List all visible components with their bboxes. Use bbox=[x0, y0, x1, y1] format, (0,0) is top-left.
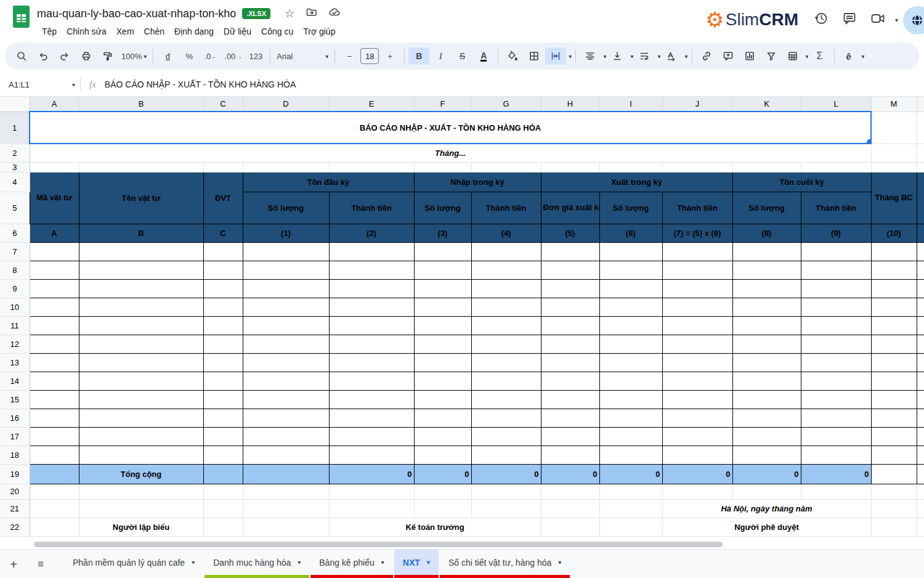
empty-cell[interactable] bbox=[541, 390, 599, 409]
total-value-cell[interactable]: 0 bbox=[662, 464, 732, 484]
version-history-icon[interactable] bbox=[814, 11, 829, 28]
empty-cell[interactable] bbox=[471, 499, 541, 518]
empty-cell[interactable] bbox=[203, 484, 243, 499]
header-thanh-tien[interactable]: Thành tiền bbox=[329, 192, 414, 224]
empty-cell[interactable] bbox=[30, 353, 79, 372]
empty-cell[interactable] bbox=[662, 353, 732, 372]
empty-cell[interactable] bbox=[662, 298, 732, 316]
borders-button[interactable] bbox=[524, 47, 545, 65]
code-cell[interactable]: B bbox=[79, 224, 203, 242]
empty-cell[interactable] bbox=[30, 261, 79, 279]
insert-link-button[interactable] bbox=[696, 47, 717, 65]
empty-cell[interactable] bbox=[662, 372, 732, 390]
empty-cell[interactable] bbox=[732, 484, 801, 499]
tab-caret-icon[interactable]: ▾ bbox=[298, 559, 301, 566]
empty-cell[interactable] bbox=[243, 162, 329, 172]
empty-cell[interactable] bbox=[79, 261, 203, 279]
code-cell[interactable]: (1) bbox=[243, 224, 329, 242]
zoom-select[interactable]: 100%▾ bbox=[119, 47, 149, 65]
empty-cell[interactable] bbox=[662, 316, 732, 335]
empty-cell[interactable] bbox=[30, 446, 79, 464]
empty-cell[interactable] bbox=[801, 261, 871, 279]
empty-cell[interactable] bbox=[917, 316, 924, 335]
empty-cell[interactable] bbox=[599, 316, 662, 335]
row-number[interactable]: 21 bbox=[0, 499, 30, 518]
empty-cell[interactable] bbox=[471, 162, 541, 172]
video-call-icon[interactable] bbox=[870, 11, 886, 28]
empty-cell[interactable] bbox=[30, 427, 79, 446]
empty-cell[interactable] bbox=[541, 162, 599, 172]
empty-cell[interactable] bbox=[732, 353, 801, 372]
fill-handle[interactable] bbox=[865, 138, 871, 144]
signer-left-cell[interactable]: Người lập biểu bbox=[79, 518, 203, 536]
empty-cell[interactable] bbox=[414, 162, 471, 172]
empty-cell[interactable] bbox=[203, 372, 243, 390]
header-ma-vat-tu[interactable]: Mã vật tư bbox=[30, 172, 79, 224]
empty-cell[interactable] bbox=[541, 353, 599, 372]
empty-cell[interactable] bbox=[471, 353, 541, 372]
header-thanh-tien[interactable]: Thành tiền bbox=[662, 192, 732, 224]
tab-caret-icon[interactable]: ▾ bbox=[381, 559, 384, 566]
row-number[interactable]: 19 bbox=[0, 464, 30, 484]
tab-caret-icon[interactable]: ▾ bbox=[192, 559, 195, 566]
total-value-cell[interactable]: 0 bbox=[599, 464, 662, 484]
increase-decimal-button[interactable]: .00→ bbox=[222, 47, 245, 65]
empty-cell[interactable] bbox=[871, 298, 917, 316]
menu-data[interactable]: Dữ liệu bbox=[219, 25, 256, 38]
sheet-tab-active[interactable]: NXT▾ bbox=[394, 550, 439, 578]
menu-view[interactable]: Xem bbox=[111, 25, 139, 38]
empty-cell[interactable] bbox=[541, 316, 599, 335]
empty-cell[interactable] bbox=[79, 353, 203, 372]
empty-cell[interactable] bbox=[79, 335, 203, 353]
merge-cells-button[interactable] bbox=[545, 47, 566, 65]
place-date-cell[interactable]: Hà Nội, ngày tháng năm bbox=[662, 499, 871, 518]
empty-cell[interactable] bbox=[243, 316, 329, 335]
empty-cell[interactable] bbox=[243, 409, 329, 427]
empty-cell[interactable] bbox=[30, 390, 79, 409]
account-avatar[interactable] bbox=[903, 2, 924, 37]
decrease-decimal-button[interactable]: .0← bbox=[200, 47, 221, 65]
empty-cell[interactable] bbox=[871, 409, 917, 427]
empty-cell[interactable] bbox=[471, 390, 541, 409]
signer-right-cell[interactable]: Người phê duyệt bbox=[662, 518, 871, 536]
empty-cell[interactable] bbox=[599, 409, 662, 427]
empty-cell[interactable] bbox=[917, 279, 924, 298]
empty-cell[interactable] bbox=[917, 464, 924, 484]
empty-cell[interactable] bbox=[203, 446, 243, 464]
row-number[interactable]: 9 bbox=[0, 279, 30, 298]
empty-cell[interactable] bbox=[662, 446, 732, 464]
text-wrap-button[interactable] bbox=[634, 47, 655, 65]
empty-cell[interactable] bbox=[599, 298, 662, 316]
merge-cells-caret-icon[interactable]: ▾ bbox=[569, 53, 572, 60]
empty-cell[interactable] bbox=[541, 335, 599, 353]
empty-cell[interactable] bbox=[79, 372, 203, 390]
col-header[interactable]: D bbox=[243, 97, 329, 112]
insert-chart-button[interactable] bbox=[739, 47, 760, 65]
empty-cell[interactable] bbox=[541, 518, 599, 536]
more-formats-button[interactable]: 123 bbox=[245, 47, 266, 65]
empty-cell[interactable] bbox=[732, 335, 801, 353]
empty-cell[interactable] bbox=[917, 144, 924, 162]
total-row-cell[interactable] bbox=[243, 464, 329, 484]
total-value-cell[interactable]: 0 bbox=[329, 464, 414, 484]
row-number[interactable]: 14 bbox=[0, 372, 30, 390]
empty-cell[interactable] bbox=[917, 518, 924, 536]
empty-cell[interactable] bbox=[203, 261, 243, 279]
empty-cell[interactable] bbox=[329, 261, 414, 279]
empty-cell[interactable] bbox=[243, 372, 329, 390]
code-cell[interactable] bbox=[917, 224, 924, 242]
empty-cell[interactable] bbox=[732, 390, 801, 409]
code-cell[interactable]: (2) bbox=[329, 224, 414, 242]
empty-cell[interactable] bbox=[79, 446, 203, 464]
empty-cell[interactable] bbox=[414, 446, 471, 464]
empty-cell[interactable] bbox=[732, 261, 801, 279]
empty-cell[interactable] bbox=[801, 279, 871, 298]
strikethrough-button[interactable]: S bbox=[452, 47, 472, 65]
horizontal-scrollbar[interactable] bbox=[34, 542, 723, 547]
empty-cell[interactable] bbox=[79, 427, 203, 446]
empty-cell[interactable] bbox=[30, 162, 79, 172]
empty-cell[interactable] bbox=[203, 298, 243, 316]
col-header[interactable]: I bbox=[599, 97, 662, 112]
empty-cell[interactable] bbox=[917, 162, 924, 172]
col-header[interactable]: A bbox=[30, 97, 79, 112]
